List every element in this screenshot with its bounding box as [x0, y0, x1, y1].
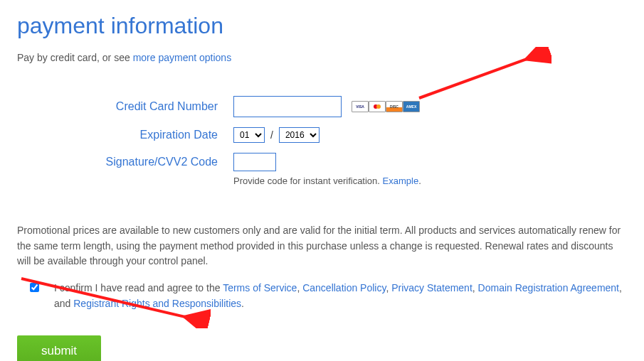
discover-icon: DISC — [386, 101, 403, 112]
submit-button[interactable]: submit — [17, 335, 101, 361]
more-payment-options-link[interactable]: more payment options — [133, 52, 232, 63]
registrant-link[interactable]: Registrant Rights and Responsibilities — [73, 298, 241, 309]
exp-year-select[interactable]: 2016 — [279, 127, 320, 143]
cc-input[interactable] — [233, 96, 342, 117]
date-separator: / — [269, 129, 275, 141]
page-title: payment information — [17, 13, 627, 39]
intro-text: Pay by credit card, or see more payment … — [17, 52, 627, 63]
cvv-label: Signature/CVV2 Code — [17, 156, 233, 168]
visa-icon: VISA — [352, 101, 369, 112]
cvv-example-link[interactable]: Example — [383, 176, 419, 186]
intro-prefix: Pay by credit card, or see — [17, 52, 133, 63]
cc-label: Credit Card Number — [17, 100, 233, 113]
domain-agreement-link[interactable]: Domain Registration Agreement — [478, 282, 619, 293]
agree-checkbox[interactable] — [30, 283, 39, 292]
exp-label: Expiration Date — [17, 129, 233, 141]
cvv-hint: Provide code for instant verification. E… — [233, 176, 627, 186]
amex-icon: AMEX — [403, 101, 420, 112]
tos-link[interactable]: Terms of Service — [223, 282, 297, 293]
card-icons: VISA DISC AMEX — [352, 101, 420, 112]
privacy-link[interactable]: Privacy Statement — [391, 282, 473, 293]
cvv-input[interactable] — [233, 153, 276, 171]
promo-text: Promotional prices are available to new … — [17, 223, 627, 269]
cancellation-link[interactable]: Cancellation Policy — [302, 282, 386, 293]
exp-month-select[interactable]: 01 — [233, 127, 265, 143]
mastercard-icon — [369, 101, 386, 112]
agree-label: I confirm I have read and agree to the T… — [54, 281, 627, 311]
